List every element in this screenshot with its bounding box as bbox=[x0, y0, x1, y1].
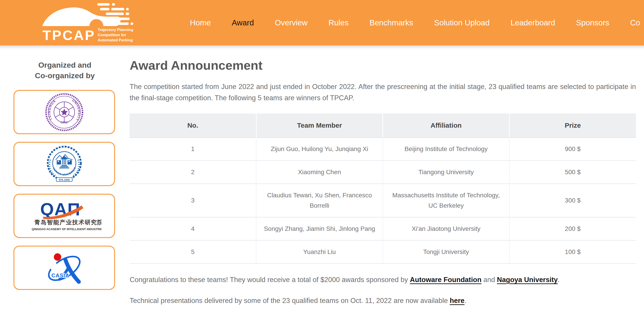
main-content: Award Announcement The competition start… bbox=[130, 46, 636, 316]
table-header-cell: Team Member bbox=[256, 114, 383, 138]
svg-text:Competition for: Competition for bbox=[98, 33, 126, 37]
nav-item[interactable]: Solution Upload bbox=[434, 18, 490, 27]
main-nav: Home Award Overview Rules Benchmarks Sol… bbox=[190, 0, 640, 46]
table-row: 1 Zijun Guo, Huilong Yu, Junqiang Xi Bei… bbox=[130, 138, 636, 161]
nav-item[interactable]: Leaderboard bbox=[510, 18, 555, 27]
nagoya-university-link[interactable]: Nagoya University bbox=[497, 276, 558, 284]
technical-here-link[interactable]: here bbox=[450, 297, 464, 304]
logo-box-hunan: HUNAN UNIVERSITY 976-1926 bbox=[14, 142, 115, 186]
cell-no: 1 bbox=[130, 138, 256, 161]
sidebar-heading: Organized and Co-organized by bbox=[13, 60, 116, 81]
technical-text-post: . bbox=[464, 297, 466, 304]
svg-text:Automated Parking: Automated Parking bbox=[98, 38, 133, 42]
sidebar: Organized and Co-organized by bbox=[0, 46, 130, 298]
nav-item[interactable]: Overview bbox=[275, 18, 308, 27]
svg-text:CASIA: CASIA bbox=[52, 272, 70, 278]
svg-text:976-1926: 976-1926 bbox=[59, 178, 70, 181]
cell-prize: 100 $ bbox=[510, 240, 636, 264]
cell-team-member: Songyi Zhang, Jiamin Shi, Jinlong Pang bbox=[256, 217, 383, 240]
page-title: Award Announcement bbox=[130, 58, 636, 72]
brand-wordmark: TPCAP bbox=[42, 28, 95, 43]
table-header-cell: Prize bbox=[510, 114, 636, 138]
cell-affiliation: Xi'an Jiaotong University bbox=[383, 217, 510, 240]
table-header-row: No.Team MemberAffiliationPrize bbox=[130, 114, 636, 138]
nav-item[interactable]: Benchmarks bbox=[370, 18, 413, 27]
hunan-university-logo: HUNAN UNIVERSITY 976-1926 bbox=[44, 144, 85, 184]
sidebar-heading-line2: Co-organized by bbox=[13, 70, 116, 81]
cell-team-member: Xiaoming Chen bbox=[256, 161, 383, 184]
cell-affiliation: Beijing Institute of Technology bbox=[383, 138, 510, 161]
logo-box-casia: CASIA bbox=[14, 246, 115, 290]
nav-item[interactable]: Rules bbox=[328, 18, 348, 27]
cell-team-member: Claudius Tewari, Xu Shen, Francesco Borr… bbox=[256, 184, 383, 217]
cell-prize: 900 $ bbox=[510, 138, 636, 161]
cell-prize: 200 $ bbox=[510, 217, 636, 240]
cell-affiliation: Tongji University bbox=[383, 240, 510, 264]
cell-no: 2 bbox=[130, 161, 256, 184]
sidebar-heading-line1: Organized and bbox=[13, 60, 116, 70]
autoware-foundation-link[interactable]: Autoware Foundation bbox=[410, 276, 482, 284]
cell-affiliation: Massachusetts Institute of Technology, U… bbox=[383, 184, 510, 217]
nav-item[interactable]: Home bbox=[190, 18, 211, 27]
car-icon bbox=[42, 8, 121, 26]
logo-box-tsinghua: TSINGHUA UNIVERSITY -1911- bbox=[14, 90, 115, 134]
cell-no: 4 bbox=[130, 217, 256, 240]
congrats-text-mid: and bbox=[482, 276, 497, 284]
svg-text:Trajectory Planning: Trajectory Planning bbox=[98, 28, 133, 32]
congrats-text-pre: Congratulations to these teams! They wou… bbox=[130, 276, 410, 284]
logo-box-qaii: QAΠ 青岛智能产业技术研究院 QINGDAO ACADEMY OF INTEL… bbox=[14, 194, 115, 238]
table-header-cell: No. bbox=[130, 114, 256, 138]
svg-text:QINGDAO ACADEMY OF INTELLIGENT: QINGDAO ACADEMY OF INTELLIGENT INDUSTRIE… bbox=[32, 228, 101, 231]
table-row: 2 Xiaoming Chen Tiangong University 500 … bbox=[130, 161, 636, 184]
tpcap-logo-graphic: TPCAP Trajectory Planning Competition fo… bbox=[41, 1, 136, 45]
qaii-logo: QAΠ 青岛智能产业技术研究院 QINGDAO ACADEMY OF INTEL… bbox=[27, 199, 101, 233]
nav-item[interactable]: Co bbox=[630, 18, 640, 27]
star-icon bbox=[61, 108, 68, 115]
table-row: 4 Songyi Zhang, Jiamin Shi, Jinlong Pang… bbox=[130, 217, 636, 240]
nav-item[interactable]: Sponsors bbox=[576, 18, 609, 27]
svg-text:-1911-: -1911- bbox=[60, 120, 69, 124]
congrats-paragraph: Congratulations to these teams! They wou… bbox=[130, 275, 636, 285]
technical-paragraph: Technical presentations delivered by som… bbox=[130, 296, 636, 306]
brand-tagline: Trajectory Planning Competition for Auto… bbox=[98, 28, 133, 42]
table-header-cell: Affiliation bbox=[383, 114, 510, 138]
tpcap-logo[interactable]: TPCAP Trajectory Planning Competition fo… bbox=[41, 1, 136, 45]
nav-item[interactable]: Award bbox=[232, 18, 254, 27]
cell-no: 3 bbox=[130, 184, 256, 217]
cell-affiliation: Tiangong University bbox=[383, 161, 510, 184]
red-dot-icon bbox=[54, 253, 61, 261]
cell-prize: 500 $ bbox=[510, 161, 636, 184]
congrats-text-post: . bbox=[558, 276, 560, 284]
table-row: 3 Claudius Tewari, Xu Shen, Francesco Bo… bbox=[130, 184, 636, 217]
site-header: TPCAP Trajectory Planning Competition fo… bbox=[0, 0, 644, 46]
intro-paragraph: The competition started from June 2022 a… bbox=[130, 81, 636, 104]
technical-text-pre: Technical presentations delivered by som… bbox=[130, 297, 450, 304]
cell-team-member: Zijun Guo, Huilong Yu, Junqiang Xi bbox=[256, 138, 383, 161]
cell-team-member: Yuanzhi Liu bbox=[256, 240, 383, 264]
svg-text:青岛智能产业技术研究院: 青岛智能产业技术研究院 bbox=[34, 219, 101, 226]
casia-logo: CASIA bbox=[44, 248, 85, 288]
table-row: 5 Yuanzhi Liu Tongji University 100 $ bbox=[130, 240, 636, 264]
winners-table: No.Team MemberAffiliationPrize 1 Zijun G… bbox=[130, 114, 636, 264]
tsinghua-university-logo: TSINGHUA UNIVERSITY -1911- bbox=[44, 92, 84, 132]
cell-prize: 300 $ bbox=[510, 184, 636, 217]
cell-no: 5 bbox=[130, 240, 256, 264]
